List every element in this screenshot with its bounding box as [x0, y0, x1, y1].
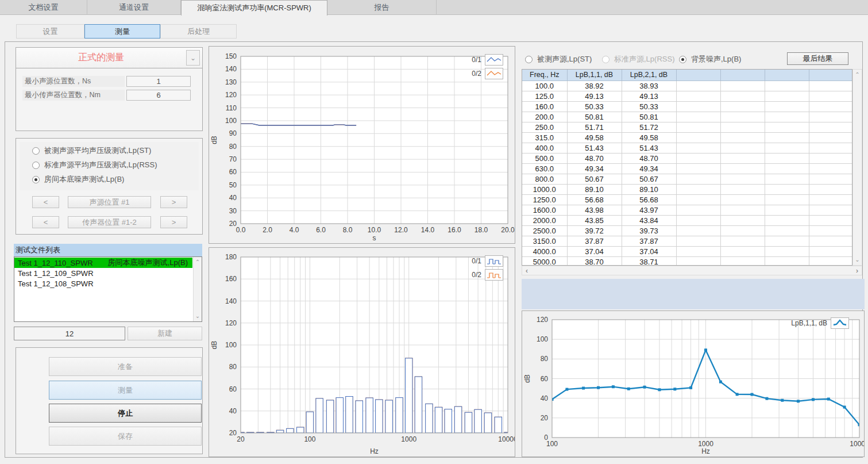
- source-position-button[interactable]: 声源位置 #1: [68, 196, 151, 208]
- table-cell: 630.0: [522, 163, 567, 174]
- svg-text:dB: dB: [210, 341, 218, 350]
- radio-lp-b-test[interactable]: 房间本底噪声测试,Lp(B): [32, 174, 124, 185]
- scroll-left-icon[interactable]: ‹: [522, 266, 531, 275]
- table-row[interactable]: 1000.089.1089.10: [522, 184, 852, 194]
- table-cell: 39.73: [622, 225, 676, 236]
- table-cell: 49.58: [567, 132, 622, 143]
- mic-position-button[interactable]: 传声器位置 #1-2: [68, 216, 151, 228]
- table-cell: 38.71: [622, 256, 676, 266]
- table-cell: 160.0: [522, 101, 567, 112]
- tab-channel-settings[interactable]: 通道设置: [87, 0, 181, 15]
- radio-view-lp-rss[interactable]: 标准声源,Lp(RSS): [602, 54, 674, 64]
- table-cell: [765, 143, 809, 153]
- scroll-down-icon[interactable]: ⌄: [194, 312, 202, 320]
- table-cell: 49.34: [567, 163, 622, 174]
- chart-legend: 0/1 0/2: [472, 53, 503, 79]
- table-row[interactable]: 315.049.5849.58: [522, 132, 852, 143]
- table-cell: [809, 205, 852, 215]
- scroll-up-icon[interactable]: ⌃: [853, 71, 862, 79]
- table-cell: [676, 143, 720, 153]
- test-file-list[interactable]: Test 1_12_110_SPWR房间本底噪声测试,Lp(B)Test 1_1…: [14, 256, 202, 322]
- table-cell: [676, 132, 720, 143]
- table-row[interactable]: 400.051.4351.43: [522, 143, 852, 153]
- table-cell: [809, 194, 852, 205]
- tab-label: 文档设置: [29, 2, 59, 13]
- prepare-button[interactable]: 准备: [49, 357, 202, 376]
- table-vertical-scrollbar[interactable]: ⌃ ⌄: [852, 69, 862, 266]
- table-row[interactable]: 500.048.7048.70: [522, 153, 852, 163]
- svg-text:180: 180: [225, 253, 237, 261]
- list-item[interactable]: Test 1_12_109_SPWR: [14, 268, 192, 278]
- table-cell: [676, 184, 720, 194]
- table-row[interactable]: 250.051.7151.72: [522, 122, 852, 132]
- scroll-down-icon[interactable]: ⌄: [853, 256, 862, 264]
- table-cell: 43.84: [622, 215, 676, 225]
- tab-document-settings[interactable]: 文档设置: [0, 0, 87, 15]
- info-panel: [522, 279, 865, 309]
- subtab-settings[interactable]: 设置: [16, 24, 84, 39]
- table-cell: 89.10: [622, 184, 676, 194]
- source-next-button[interactable]: >: [160, 196, 187, 208]
- svg-text:dB: dB: [523, 374, 531, 383]
- nm-value[interactable]: 6: [126, 90, 191, 101]
- time-history-chart-panel: 20304050607080901001101201301401500.02.0…: [209, 46, 515, 244]
- table-row[interactable]: 2500.039.7239.73: [522, 225, 852, 236]
- table-row[interactable]: 160.050.3350.33: [522, 101, 852, 112]
- radio-view-lp-b[interactable]: 背景噪声,Lp(B): [679, 54, 741, 64]
- table-row[interactable]: 2000.043.8543.84: [522, 215, 852, 225]
- table-row[interactable]: 200.050.8150.81: [522, 112, 852, 122]
- ns-value[interactable]: 1: [126, 76, 191, 87]
- table-cell: [765, 80, 809, 91]
- list-item[interactable]: Test 1_12_110_SPWR房间本底噪声测试,Lp(B): [14, 258, 192, 268]
- scroll-right-icon[interactable]: ›: [852, 266, 862, 275]
- measurement-mode-dropdown[interactable]: 正式的测量 ⌄: [16, 47, 203, 68]
- table-cell: [720, 101, 765, 112]
- final-result-button[interactable]: 最后结果: [787, 52, 848, 65]
- table-row[interactable]: 125.049.1349.13: [522, 91, 852, 101]
- source-prev-button[interactable]: <: [32, 196, 59, 208]
- subtab-postprocess[interactable]: 后处理: [160, 24, 237, 39]
- radio-lp-st-test[interactable]: 被测声源平均声压级测试,Lp(ST): [32, 145, 151, 156]
- table-horizontal-scrollbar[interactable]: ‹ ›: [522, 266, 862, 275]
- table-cell: [765, 256, 809, 266]
- table-row[interactable]: 100.038.9238.93: [522, 80, 852, 91]
- table-row[interactable]: 5000.038.7038.71: [522, 256, 852, 266]
- mic-prev-button[interactable]: <: [32, 216, 59, 228]
- table-cell: [765, 163, 809, 174]
- table-row[interactable]: 630.049.3449.34: [522, 163, 852, 174]
- chevron-down-icon[interactable]: ⌄: [186, 50, 200, 66]
- table-cell: [676, 256, 720, 266]
- list-item[interactable]: Test 1_12_108_SPWR: [14, 278, 192, 289]
- spectrum-bar-chart-panel: 2040608010012014016018020100100010000dBH…: [209, 247, 515, 457]
- measure-button[interactable]: 测量: [49, 381, 202, 400]
- table-cell: 50.33: [622, 101, 676, 112]
- table-cell: 48.70: [622, 153, 676, 163]
- svg-text:140: 140: [225, 65, 237, 73]
- table-row[interactable]: 800.050.6750.67: [522, 174, 852, 184]
- svg-text:100: 100: [546, 440, 558, 448]
- table-cell: [720, 132, 765, 143]
- save-button[interactable]: 保存: [49, 427, 202, 446]
- mic-next-button[interactable]: >: [160, 216, 187, 228]
- tab-report[interactable]: 报告: [327, 0, 437, 15]
- table-row[interactable]: 3150.037.8737.87: [522, 236, 852, 246]
- table-cell: 38.70: [567, 256, 622, 266]
- line-series-icon: [485, 68, 503, 79]
- stop-button[interactable]: 停止: [49, 404, 202, 423]
- table-row[interactable]: 1600.043.9843.97: [522, 205, 852, 215]
- scroll-up-icon[interactable]: ⌃: [194, 258, 202, 266]
- table-cell: [676, 112, 720, 122]
- svg-text:10.0: 10.0: [368, 226, 381, 234]
- table-row[interactable]: 1250.056.6856.68: [522, 194, 852, 205]
- table-cell: [676, 122, 720, 132]
- list-scrollbar[interactable]: ⌃ ⌄: [193, 257, 202, 321]
- radio-view-lp-st[interactable]: 被测声源,Lp(ST): [525, 54, 592, 64]
- table-cell: 43.97: [622, 205, 676, 215]
- svg-text:Hz: Hz: [370, 447, 379, 455]
- tab-mcr-spwr[interactable]: 混响室法测试声功率(MCR-SPWR): [181, 0, 327, 16]
- table-row[interactable]: 4000.037.0437.04: [522, 246, 852, 256]
- file-count-field[interactable]: 12: [14, 327, 125, 340]
- subtab-measure[interactable]: 测量: [84, 24, 160, 39]
- radio-lp-rss-test[interactable]: 标准声源平均声压级测试,Lp(RSS): [32, 160, 157, 170]
- new-file-button[interactable]: 新建: [128, 327, 202, 340]
